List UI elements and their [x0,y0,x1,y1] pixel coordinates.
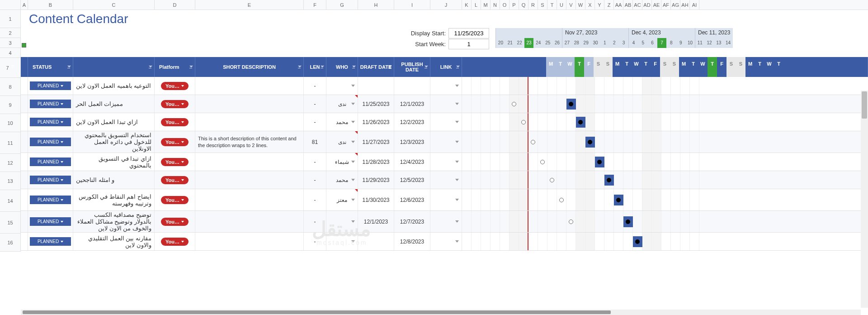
row-header-11[interactable]: 11 [0,132,21,154]
status-cell[interactable]: PLANNED [28,233,73,250]
desc-cell[interactable] [195,113,304,131]
platform-pill[interactable]: You… [161,196,189,204]
display-start-input[interactable] [448,28,489,38]
row-header-10[interactable]: 10 [0,114,21,132]
header-link[interactable]: LINK [430,57,462,77]
col-header-J[interactable]: J [430,0,462,10]
status-pill[interactable]: PLANNED [30,100,71,108]
horizontal-scrollbar[interactable] [21,310,861,315]
col-header-AA[interactable]: AA [614,0,623,10]
status-cell[interactable]: PLANNED [28,211,73,232]
platform-pill[interactable]: You… [161,138,189,146]
who-cell[interactable] [326,211,358,232]
dropdown-icon[interactable] [351,141,355,143]
draft-date-cell[interactable]: 11/26/2023 [358,113,394,131]
platform-pill[interactable]: You… [161,158,189,166]
col-header-A[interactable]: A [21,0,28,10]
who-cell[interactable]: محمد [326,171,358,189]
col-header-U[interactable]: U [557,0,566,10]
filter-icon[interactable] [298,66,302,68]
dropdown-icon[interactable] [455,220,459,223]
title-cell[interactable]: استخدام التسويق بالمحتوي للدخول في دائره… [73,131,155,153]
col-header-D[interactable]: D [155,0,195,10]
link-cell[interactable] [430,95,462,113]
platform-pill[interactable]: You… [161,218,189,226]
row-header-2[interactable]: 2 [0,28,21,38]
header-len[interactable]: LEN [304,57,326,77]
col-header-W[interactable]: W [576,0,585,10]
platform-cell[interactable]: You… [155,95,195,113]
len-cell[interactable]: - [304,95,326,113]
status-pill[interactable]: PLANNED [30,176,71,184]
row-header-14[interactable]: 14 [0,190,21,212]
header-status[interactable]: STATUS [28,57,73,77]
link-cell[interactable] [430,171,462,189]
col-header-R[interactable]: R [528,0,538,10]
dropdown-icon[interactable] [455,199,459,201]
header-publish[interactable]: PUBLISH DATE [394,57,430,77]
scroll-thumb-h[interactable] [23,310,611,314]
title-cell[interactable]: ايضاح اهم النقاط في الكورس وترتيبه وفهرس… [73,189,155,210]
link-cell[interactable] [430,131,462,153]
platform-pill[interactable]: You… [161,238,189,246]
len-cell[interactable]: - [304,113,326,131]
note-indicator-icon[interactable] [355,131,358,134]
dropdown-icon[interactable] [351,85,355,87]
dropdown-icon[interactable] [351,199,355,201]
platform-cell[interactable]: You… [155,189,195,210]
dropdown-icon[interactable] [455,141,459,143]
link-cell[interactable] [430,211,462,232]
len-cell[interactable]: - [304,211,326,232]
header-draft[interactable]: DRAFT DATE [358,57,394,77]
status-pill[interactable]: PLANNED [30,158,71,166]
who-cell[interactable] [326,77,358,95]
dropdown-icon[interactable] [351,179,355,181]
col-header-AC[interactable]: AC [633,0,642,10]
publish-date-cell[interactable] [394,77,430,95]
col-header-L[interactable]: L [472,0,481,10]
dropdown-icon[interactable] [455,179,459,181]
header-title[interactable] [73,57,155,77]
platform-pill[interactable]: You… [161,118,189,126]
publish-date-cell[interactable]: 12/2/2023 [394,113,430,131]
desc-cell[interactable] [195,211,304,232]
status-cell[interactable]: PLANNED [28,153,73,171]
status-pill[interactable]: PLANNED [30,138,71,146]
who-cell[interactable]: ندى [326,95,358,113]
col-header-V[interactable]: V [566,0,576,10]
desc-cell[interactable] [195,95,304,113]
scroll-thumb-v[interactable] [862,91,867,119]
platform-pill[interactable]: You… [161,100,189,108]
row-header-9[interactable]: 9 [0,96,21,114]
len-cell[interactable]: - [304,77,326,95]
row-header-3[interactable]: 3 [0,38,21,48]
dropdown-icon[interactable] [351,103,355,105]
platform-pill[interactable]: You… [161,82,189,90]
note-indicator-icon[interactable] [355,153,358,156]
publish-date-cell[interactable]: 12/6/2023 [394,189,430,210]
dropdown-icon[interactable] [455,103,459,105]
row-header-7[interactable]: 7 [0,58,21,78]
row-header-8[interactable]: 8 [0,78,21,96]
dropdown-icon[interactable] [455,121,459,123]
draft-date-cell[interactable]: 12/1/2023 [358,211,394,232]
col-header-P[interactable]: P [509,0,519,10]
col-header-B[interactable]: B [28,0,73,10]
desc-cell[interactable] [195,153,304,171]
col-header-AG[interactable]: AG [671,0,680,10]
desc-cell[interactable] [195,233,304,250]
col-header-AI[interactable]: AI [690,0,699,10]
who-cell[interactable]: معتز [326,189,358,210]
row-header-1[interactable]: 1 [0,10,21,28]
status-pill[interactable]: PLANNED [30,118,71,126]
platform-cell[interactable]: You… [155,153,195,171]
status-cell[interactable]: PLANNED [28,95,73,113]
desc-cell[interactable] [195,77,304,95]
platform-cell[interactable]: You… [155,233,195,250]
draft-date-cell[interactable]: 11/29/2023 [358,171,394,189]
len-cell[interactable]: 81 [304,131,326,153]
link-cell[interactable] [430,77,462,95]
status-cell[interactable]: PLANNED [28,131,73,153]
platform-cell[interactable]: You… [155,211,195,232]
desc-cell[interactable] [195,189,304,210]
